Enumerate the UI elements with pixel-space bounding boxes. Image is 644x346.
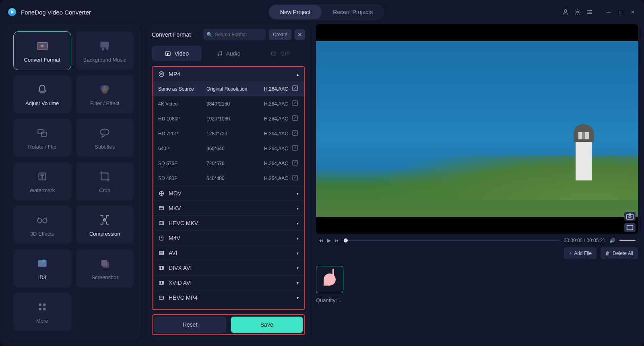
tab-gif[interactable]: GIF [255,46,305,61]
fmt-group-collapsed[interactable]: MKV▾ [153,201,304,215]
search-format-input[interactable] [215,32,262,37]
volume-icon[interactable]: 🔊 [609,238,615,243]
fmt-group-collapsed[interactable]: M4V▾ [153,230,304,245]
preset-codec: H.264,AAC [256,176,288,181]
app-title: FoneDog Video Converter [21,9,91,16]
preset-row[interactable]: Same as SourceOriginal ResolutionH.264,A… [153,81,304,96]
tool-filter-effect[interactable]: Filter / Effect [76,75,134,114]
svg-point-16 [103,218,106,221]
snapshot-button[interactable] [624,212,636,221]
fullscreen-button[interactable] [624,223,636,232]
fmt-group-collapsed[interactable]: MOV▾ [153,186,304,201]
gif-icon [270,50,277,57]
edit-icon[interactable] [291,129,299,138]
gear-icon[interactable] [574,8,581,16]
svg-rect-48 [627,226,633,230]
music-note-icon [324,273,336,286]
chevron-up-icon: ▴ [297,72,299,77]
tab-audio[interactable]: Audio [203,46,253,61]
fmt-group-collapsed[interactable]: AVI▾ [153,245,304,260]
maximize-button[interactable]: ◻ [617,9,624,15]
player-controls: ⏮ ▶ ⏭ 00:00:00 / 00:05:21 🔊 [316,238,638,243]
fmt-group-collapsed[interactable]: HEVC MKV▾ [153,215,304,230]
tool-crop[interactable]: Crop [76,162,134,201]
tool-compression[interactable]: Compression [76,205,134,244]
format-icon [158,190,165,197]
edit-icon[interactable] [291,99,299,108]
fmt-group-collapsed[interactable]: HEVC MP4▾ [153,290,304,305]
svg-point-1 [577,11,579,13]
fmt-group-collapsed[interactable]: DIVX AVI▾ [153,260,304,275]
format-panel: Convert Format 🔍 Create ✕ Video Audio [147,24,310,340]
preset-codec: H.264,AAC [256,116,288,122]
preview-panel: ⏮ ▶ ⏭ 00:00:00 / 00:05:21 🔊 +Add File 🗑D… [316,24,638,340]
tool-id3[interactable]: ID3 [13,249,71,288]
svg-rect-10 [41,132,47,136]
delete-all-button[interactable]: 🗑Delete All [601,247,638,259]
svg-rect-3 [101,41,109,48]
search-format-wrap[interactable]: 🔍 [203,29,266,40]
more-icon [35,300,49,314]
preset-row[interactable]: HD 1080P1920*1080H.264,AAC [153,111,304,126]
preset-row[interactable]: 640P960*640H.264,AAC [153,141,304,156]
preset-row[interactable]: SD 576P720*576H.264,AAC [153,156,304,171]
save-button[interactable]: Save [231,317,303,333]
format-group-label: AVI [169,250,178,256]
video-preview[interactable] [316,24,638,234]
svg-rect-21 [43,303,46,307]
tool-adjust-volume[interactable]: Adjust Volume [13,75,71,114]
edit-icon[interactable] [291,114,299,123]
play-button[interactable]: ▶ [327,238,331,243]
chevron-down-icon: ▾ [297,251,299,255]
crop-icon [98,170,111,183]
chevron-down-icon: ▾ [297,236,299,240]
preview-scene [316,41,638,217]
next-button[interactable]: ⏭ [335,238,340,243]
chevron-down-icon: ▾ [297,206,299,211]
svg-rect-23 [43,308,45,310]
menu-icon[interactable] [586,8,593,16]
tab-video[interactable]: Video [152,46,202,61]
preset-resolution: 1920*1080 [206,116,256,122]
preset-name: HD 720P [158,131,206,137]
tool-background-music[interactable]: Background Music [76,31,134,70]
screenshot-icon [98,257,111,270]
preset-row[interactable]: HD 720P1280*720H.264,AAC [153,126,304,141]
tool-more[interactable]: More [13,292,71,331]
tool-3d-effects[interactable]: 3D Effects [13,205,71,244]
minimize-button[interactable]: — [605,9,612,15]
account-icon[interactable] [562,8,569,16]
tool-subtitles[interactable]: Subtitles [76,118,134,157]
add-file-button[interactable]: +Add File [564,247,597,259]
svg-point-47 [629,215,631,218]
tab-new-project[interactable]: New Project [269,5,322,19]
fmt-group-mp4[interactable]: MP4 ▴ [153,67,304,81]
quantity-label: Quantity: 1 [316,297,638,303]
close-panel-button[interactable]: ✕ [295,29,305,40]
tab-recent-projects[interactable]: Recent Projects [322,5,384,19]
edit-icon[interactable] [291,159,299,168]
plus-icon: + [569,251,572,256]
edit-icon[interactable] [291,85,299,93]
file-thumbnail[interactable] [316,266,343,293]
tool-rotate-flip[interactable]: Rotate / Flip [13,118,71,157]
tool-screenshot[interactable]: Screenshot [76,249,134,288]
preset-name: 4K Video [158,101,206,107]
progress-bar[interactable] [344,240,560,241]
tool-convert-format[interactable]: Convert Format [13,31,71,70]
edit-icon[interactable] [291,174,299,182]
tool-watermark[interactable]: T Watermark [13,162,71,201]
reset-button[interactable]: Reset [154,317,226,333]
preset-row[interactable]: 4K Video3840*2160H.264,AAC [153,96,304,111]
svg-point-11 [101,129,109,135]
create-button[interactable]: Create [269,29,291,40]
preset-row[interactable]: SD 480P640*480H.264,AAC [153,171,304,186]
format-icon [158,265,165,271]
format-group-label: MKV [169,205,181,211]
svg-point-28 [159,72,164,77]
edit-icon[interactable] [291,144,299,153]
prev-button[interactable]: ⏮ [318,238,323,243]
fmt-group-collapsed[interactable]: XVID AVI▾ [153,275,304,290]
close-window-button[interactable]: ✕ [630,9,636,15]
volume-slider[interactable] [619,240,636,241]
